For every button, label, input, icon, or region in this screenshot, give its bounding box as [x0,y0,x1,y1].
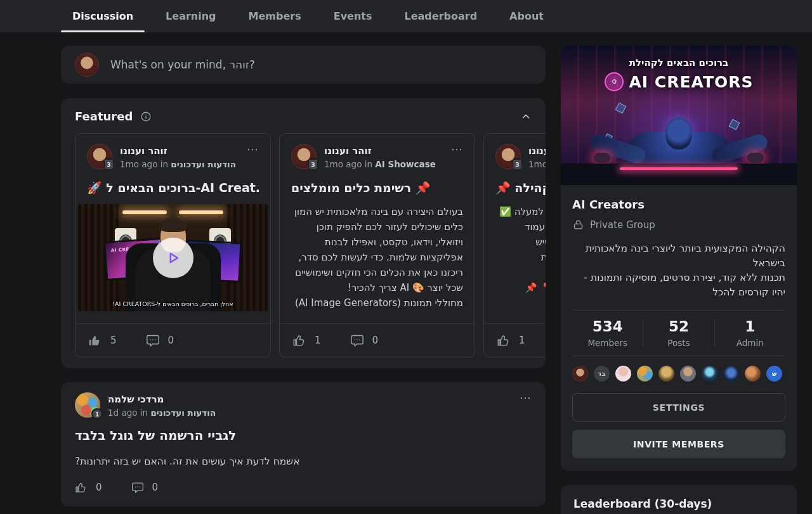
tab-events[interactable]: Events [322,0,384,32]
post-title[interactable]: רשימת כלים מומלצים 📌 [291,181,463,195]
group-description: הקהילה המקצועית ביותר ליוצרי בינה מלאכות… [572,241,785,300]
tab-learning[interactable]: Learning [154,0,227,32]
light-bar [122,210,167,214]
featured-card[interactable]: 3 זוהר וענונו 1mo ago in הודעות ועדכונים… [75,133,271,357]
member-avatar[interactable] [745,366,761,382]
member-avatar[interactable]: ש [766,366,782,382]
post-meta: 1mo ago in AI Showcase [324,159,436,169]
tab-members[interactable]: Members [237,0,313,32]
member-avatar[interactable] [702,366,717,382]
like-button[interactable]: 1 [497,333,525,347]
post-body: בעולם היצירה עם בינה מלאכותית יש המון כל… [291,204,463,311]
top-nav: Discussion Learning Members Events Leade… [0,0,812,32]
cover-welcome-text: ברוכים הבאים לקהילת [561,57,797,68]
comment-icon [350,333,364,347]
stat-admin[interactable]: 1 Admin [714,318,785,348]
stat-members[interactable]: 534 Members [572,318,643,348]
member-avatars: בד ש [572,366,785,382]
post-body: אשמח לדעת איך עושים את זה. והאם יש בזה י… [75,456,532,467]
lock-icon [572,219,584,231]
comment-button[interactable]: 0 [146,333,174,347]
tab-discussion[interactable]: Discussion [61,0,145,32]
info-icon[interactable] [140,111,152,122]
like-count: 0 [96,482,102,493]
comment-button[interactable]: 0 [131,481,159,494]
sidebar: ברוכים הבאים לקהילת AI CREATORS AI Creat… [561,46,797,514]
brain-icon [605,72,624,91]
group-privacy: Private Group [572,219,785,231]
thumbs-up-icon [75,481,88,494]
comment-button[interactable]: 0 [350,333,379,347]
like-count: 1 [519,335,525,346]
member-avatar[interactable] [680,366,696,382]
member-avatar[interactable]: בד [594,366,610,382]
composer-placeholder: What's on your mind, זוהר? [110,58,255,71]
tab-leaderboard[interactable]: Leaderboard [393,0,488,32]
member-avatar[interactable] [615,366,631,382]
group-name: AI Creators [572,198,785,211]
space-name[interactable]: AI Showcase [375,159,436,169]
like-button[interactable]: 0 [75,481,102,494]
thumbs-up-icon [497,333,511,347]
leaderboard-card: Leaderboard (30-days) [561,485,797,514]
member-avatar[interactable] [637,366,653,382]
author-name[interactable]: זוהר וענונו [120,145,236,157]
author-avatar[interactable]: 3 [291,144,317,169]
comment-icon [146,333,160,347]
tab-about[interactable]: About [498,0,555,32]
space-name[interactable]: הודעות ועדכונים [171,159,236,169]
invite-members-button[interactable]: INVITE MEMBERS [572,430,785,458]
post-title[interactable]: 📌 כל מה שחשוב לדעת על הקהילה [495,181,546,195]
group-stats: 534 Members 52 Posts 1 Admin [572,310,785,356]
post-menu-icon[interactable]: ⋯ [451,144,463,169]
author-avatar[interactable]: 3 [495,144,521,169]
like-count: 1 [315,335,321,346]
group-card: ברוכים הבאים לקהילת AI CREATORS AI Creat… [561,46,797,471]
space-name[interactable]: הודעות ועדכונים [150,408,216,418]
post-meta: 1d ago in הודעות ועדכונים [108,408,216,418]
member-avatar[interactable] [658,366,674,382]
author-avatar[interactable]: 3 [87,144,112,169]
video-thumbnail[interactable]: AI CREATORS אהלן חברים, ברוכים הבאים ל-A… [78,204,268,311]
featured-card[interactable]: 3 זוהר וענונו 1mo ago in הודעות ועדכונים… [483,133,546,357]
post-menu-icon[interactable]: ⋯ [247,144,259,169]
comment-count: 0 [168,335,174,346]
post-menu-icon[interactable]: ⋯ [520,392,532,418]
level-badge: 3 [308,158,318,170]
comment-icon [131,481,144,494]
post-title[interactable]: 🚀 ברוכים הבאים ל-AI Creat... [87,181,259,195]
post-meta: 1mo ago in הודעות ועדכונים [120,159,236,169]
feed-post[interactable]: 1 מרדכי שלמה 1d ago in הודעות ועדכונים ⋯… [61,382,546,506]
author-name[interactable]: מרדכי שלמה [108,394,216,405]
member-avatar[interactable] [572,366,588,382]
like-button[interactable]: 5 [88,333,117,347]
play-button[interactable] [153,238,193,278]
featured-card[interactable]: 3 זוהר וענונו 1mo ago in AI Showcase ⋯ ר… [279,133,475,357]
comment-count: 0 [372,335,379,346]
user-avatar[interactable] [75,53,99,77]
thumbs-up-filled-icon [88,333,102,347]
main-column: What's on your mind, זוהר? Featured [61,46,546,506]
video-caption: אהלן חברים, ברוכים הבאים ל-AI CREATORS! [78,300,268,307]
featured-section: Featured 3 [61,98,546,368]
settings-button[interactable]: SETTINGS [572,393,785,421]
post-title[interactable]: לגביי הרשמה של גוגל בלבד [75,428,532,443]
chevron-up-icon[interactable] [520,111,532,122]
group-cover-image: ברוכים הבאים לקהילת AI CREATORS [561,46,797,185]
light-bar [179,210,223,214]
level-badge: 3 [103,158,114,170]
featured-carousel: 3 זוהר וענונו 1mo ago in הודעות ועדכונים… [75,133,546,357]
comment-count: 0 [152,482,159,493]
author-name[interactable]: זוהר וענונו [528,145,546,157]
featured-title: Featured [75,110,133,123]
like-count: 5 [110,335,117,346]
like-button[interactable]: 1 [292,333,321,347]
stat-posts[interactable]: 52 Posts [643,318,714,348]
post-body: קראתם את ההודעה הנעוצה? למעלה ✅ כדי להתח… [495,204,546,311]
author-avatar[interactable]: 1 [75,392,100,418]
level-badge: 3 [512,158,523,170]
level-badge: 1 [91,408,103,420]
member-avatar[interactable] [723,366,739,382]
author-name[interactable]: זוהר וענונו [324,145,436,157]
post-composer[interactable]: What's on your mind, זוהר? [61,46,546,84]
